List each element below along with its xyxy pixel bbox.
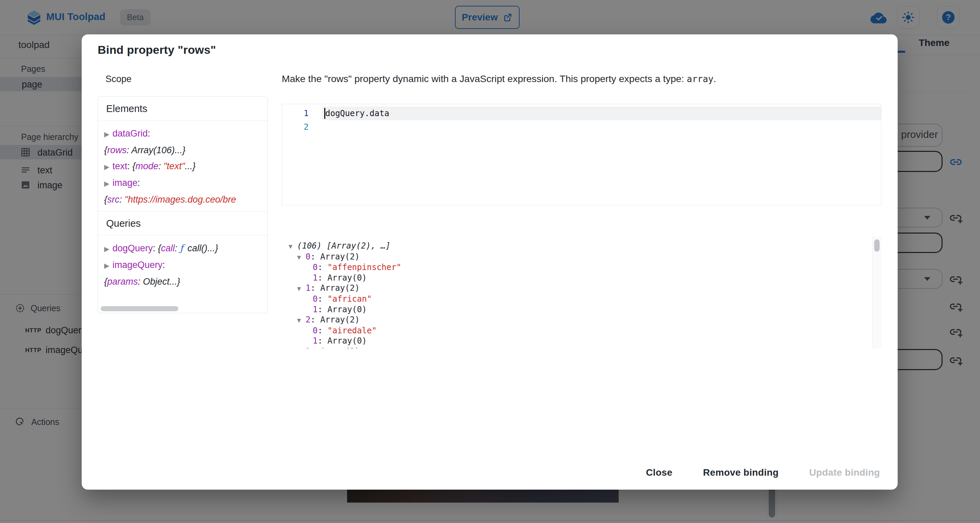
token-idx: 0 xyxy=(305,252,310,262)
close-button[interactable]: Close xyxy=(641,464,677,482)
token-pre: : xyxy=(119,195,124,205)
description-period: . xyxy=(714,73,716,84)
token-pre: { xyxy=(104,276,107,287)
token-key: dataGrid xyxy=(112,128,148,139)
token-mono: : Array(2) xyxy=(310,315,360,324)
text-cursor xyxy=(324,108,325,119)
token-pre: { xyxy=(158,243,161,254)
token-mstr: "airedale" xyxy=(327,326,377,335)
horizontal-scrollbar-thumb[interactable] xyxy=(101,306,178,311)
token-plain: : xyxy=(148,128,150,139)
line-number-2: 2 xyxy=(288,120,309,134)
token-plain: : xyxy=(153,243,158,254)
token-mono: : xyxy=(318,326,327,335)
token-fn: ƒ xyxy=(180,243,183,254)
expression-editor[interactable]: 1 2 dogQuery.data xyxy=(282,104,881,205)
tree-line: 1: Array(0) xyxy=(282,336,881,346)
token-pre: : xyxy=(159,161,164,171)
expand-toggle-icon[interactable]: ▼ xyxy=(297,315,305,325)
expand-toggle-icon[interactable]: ▼ xyxy=(297,347,305,348)
token-mtop: (106) [Array(2), …] xyxy=(297,241,391,250)
output-scrollbar-track[interactable] xyxy=(872,237,881,348)
expand-toggle-icon[interactable]: ▶ xyxy=(104,245,109,253)
expand-toggle-icon[interactable]: ▼ xyxy=(297,283,305,294)
token-pre: : Object...} xyxy=(138,276,180,287)
token-mono: : Array(2) xyxy=(310,283,360,293)
editor-code[interactable]: dogQuery.data xyxy=(325,107,389,120)
token-pre: { xyxy=(104,195,107,205)
token-mono: : xyxy=(318,263,327,272)
token-mono: : Array(0) xyxy=(318,273,367,282)
token-idx: 1 xyxy=(313,273,318,282)
expand-toggle-icon[interactable]: ▶ xyxy=(104,262,109,269)
token-pre: : xyxy=(175,243,180,254)
queries-header: Queries xyxy=(98,211,267,235)
bind-property-dialog: Bind property "rows" Scope Elements ▶dat… xyxy=(82,34,898,490)
expand-toggle-icon[interactable]: ▼ xyxy=(297,252,305,263)
tree-line: ▶image: xyxy=(104,175,267,192)
token-idx: 3 xyxy=(305,347,310,348)
tree-line: ▼(106) [Array(2), …] xyxy=(282,241,881,252)
output-scrollbar-thumb[interactable] xyxy=(874,239,880,252)
token-plain: : xyxy=(162,260,165,270)
token-idx: 1 xyxy=(313,336,318,346)
tree-line: ▼2: Array(2) xyxy=(282,315,881,325)
tree-line: ▼3: Array(2) xyxy=(282,346,881,348)
token-key: text xyxy=(112,161,127,171)
token-key: image xyxy=(112,178,137,188)
tree-line: 1: Array(0) xyxy=(282,273,881,283)
token-mstr: "african" xyxy=(327,294,372,304)
token-key: dogQuery xyxy=(112,243,153,254)
tree-line: ▼0: Array(2) xyxy=(282,252,881,263)
token-plain: : xyxy=(127,161,132,171)
tree-line: 0: "african" xyxy=(282,294,881,305)
tree-line: 0: "affenpinscher" xyxy=(282,262,881,273)
description-text: Make the "rows" property dynamic with a … xyxy=(282,73,687,84)
queries-tree[interactable]: ▶dogQuery: {call: ƒ call()...}▶imageQuer… xyxy=(98,235,267,293)
scope-panel: Elements ▶dataGrid:{rows: Array(106)...}… xyxy=(98,96,268,313)
tree-line: ▼1: Array(2) xyxy=(282,283,881,294)
token-pre: : Array(106)...} xyxy=(127,145,185,155)
token-pre: { xyxy=(104,145,107,155)
token-mstr: "affenpinscher" xyxy=(327,263,401,272)
update-binding-button[interactable]: Update binding xyxy=(804,464,885,482)
evaluation-preview-tree[interactable]: ▼(106) [Array(2), …]▼0: Array(2)0: "affe… xyxy=(282,237,881,348)
tree-line: ▶dataGrid: xyxy=(104,126,267,142)
elements-tree[interactable]: ▶dataGrid:{rows: Array(106)...}▶text: {m… xyxy=(98,121,267,211)
token-pre: ...} xyxy=(185,161,196,171)
expand-toggle-icon[interactable]: ▼ xyxy=(288,241,297,252)
expand-toggle-icon[interactable]: ▶ xyxy=(104,163,109,171)
dialog-footer: Close Remove binding Update binding xyxy=(641,464,885,482)
tree-line: ▶text: {mode: "text"...} xyxy=(104,158,267,175)
expand-toggle-icon[interactable]: ▶ xyxy=(104,131,109,138)
elements-header: Elements xyxy=(98,97,267,121)
tree-line: {params: Object...} xyxy=(104,274,267,290)
token-idx: 1 xyxy=(313,305,318,314)
dialog-description: Make the "rows" property dynamic with a … xyxy=(282,73,888,85)
active-line-highlight xyxy=(322,107,881,120)
token-mono: : Array(2) xyxy=(310,347,360,348)
token-str: "text" xyxy=(164,161,185,171)
token-idx: 1 xyxy=(305,283,310,293)
expand-toggle-icon[interactable]: ▶ xyxy=(104,180,109,187)
token-pre: { xyxy=(132,161,135,171)
token-pre: call()...} xyxy=(185,243,218,254)
token-idx: 2 xyxy=(305,315,310,324)
tree-line: {src: "https://images.dog.ceo/bre xyxy=(104,192,267,208)
token-plain: : xyxy=(137,178,140,188)
line-number-1: 1 xyxy=(288,107,309,120)
dialog-title: Bind property "rows" xyxy=(98,43,216,56)
token-mono: : xyxy=(318,294,327,304)
token-prop: params xyxy=(107,276,138,287)
token-mono: : Array(2) xyxy=(310,252,360,262)
token-str: "https://images.dog.ceo/bre xyxy=(124,195,236,205)
tree-line: 0: "airedale" xyxy=(282,325,881,336)
token-prop: rows xyxy=(107,145,127,155)
token-idx: 0 xyxy=(313,263,318,272)
token-idx: 0 xyxy=(313,326,318,335)
expected-type: array xyxy=(687,74,713,84)
token-prop: call xyxy=(161,243,175,254)
token-idx: 0 xyxy=(313,294,318,304)
tree-line: ▶imageQuery: xyxy=(104,257,267,274)
remove-binding-button[interactable]: Remove binding xyxy=(698,464,783,482)
